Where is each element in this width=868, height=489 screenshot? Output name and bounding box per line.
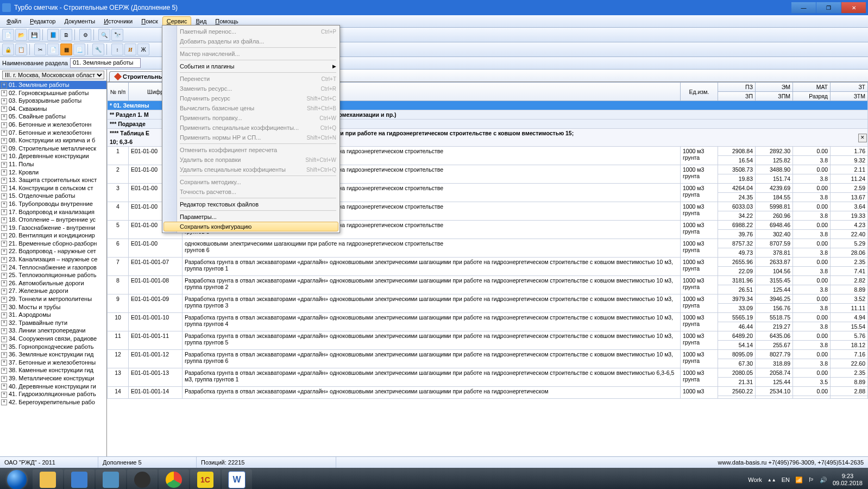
expand-icon[interactable]: +	[1, 392, 7, 398]
tool-copy-icon[interactable]: 📋	[15, 43, 27, 55]
tree-item[interactable]: +38. Каменные конструкции гид	[0, 366, 106, 374]
tray-volume-icon[interactable]: 🔊	[820, 477, 827, 484]
expand-icon[interactable]: +	[1, 304, 7, 310]
tool-cut-icon[interactable]: ✂	[34, 43, 46, 55]
tree-item[interactable]: +20. Вентиляция и кондиционир	[0, 231, 106, 240]
tree-item[interactable]: +22. Водопровод - наружные сет	[0, 247, 106, 255]
menu-item[interactable]: Параметры...	[163, 212, 338, 222]
tree-item[interactable]: +02. Горновскрышные работы	[0, 89, 106, 97]
expand-icon[interactable]: +	[1, 217, 7, 223]
expand-icon[interactable]: +	[1, 368, 7, 374]
tree-item[interactable]: +25. Теплоизоляционные работь	[0, 271, 106, 279]
tree-item[interactable]: +37. Бетонные и железобетонны	[0, 359, 106, 367]
tree-item[interactable]: +10. Деревянные конструкции	[0, 152, 106, 160]
tree-item[interactable]: +21. Временные сборно-разборн	[0, 240, 106, 248]
tree-item[interactable]: +29. Тоннели и метрополитены	[0, 295, 106, 303]
expand-icon[interactable]: +	[1, 273, 7, 279]
table-row[interactable]: 7Е01-01-001-07Разработка грунта в отвал …	[108, 258, 868, 267]
taskbar-word[interactable]: W	[222, 469, 252, 489]
tree-item[interactable]: +24. Теплоснабжение и газопров	[0, 264, 106, 272]
tree-item[interactable]: +15. Отделочные работы	[0, 192, 106, 200]
tool-open-icon[interactable]: 📂	[15, 29, 27, 41]
tree-item[interactable]: +35. Горнопроходческие работь	[0, 343, 106, 351]
tree-item[interactable]: +05. Свайные работы	[0, 112, 106, 121]
region-select[interactable]: III. г. Москва, Московская область	[2, 71, 104, 79]
expand-icon[interactable]: +	[1, 209, 7, 215]
table-row[interactable]: 11Е01-01-001-11Разработка грунта в отвал…	[108, 331, 868, 341]
tree-item[interactable]: +39. Металлические конструкци	[0, 374, 106, 383]
expand-icon[interactable]: +	[1, 130, 7, 136]
table-row[interactable]: 9Е01-01-001-09Разработка грунта в отвал …	[108, 294, 868, 304]
tree-item[interactable]: +04. Скважины	[0, 105, 106, 113]
tree-item[interactable]: +40. Деревянные конструкции ги	[0, 383, 106, 391]
menu-документы[interactable]: Документы	[60, 16, 99, 26]
expand-icon[interactable]: +	[1, 399, 7, 405]
tree-item[interactable]: +32. Трамвайные пути	[0, 319, 106, 327]
expand-icon[interactable]: +	[1, 352, 7, 358]
tool-doc-icon[interactable]: 📃	[73, 43, 85, 55]
tree-item[interactable]: +14. Конструкции в сельском ст	[0, 184, 106, 192]
taskbar-explorer[interactable]	[33, 469, 63, 489]
expand-icon[interactable]: +	[1, 202, 7, 208]
expand-icon[interactable]: +	[1, 193, 7, 199]
tray-flag-icon[interactable]: 🏳	[808, 477, 814, 483]
expand-icon[interactable]: +	[1, 90, 7, 96]
expand-icon[interactable]: +	[1, 138, 7, 144]
expand-icon[interactable]: +	[1, 312, 7, 318]
expand-icon[interactable]: +	[1, 162, 7, 168]
tool-bold-icon[interactable]: Ж	[137, 43, 149, 55]
expand-icon[interactable]: +	[1, 233, 7, 239]
expand-icon[interactable]: +	[1, 225, 7, 231]
tree-item[interactable]: +19. Газоснабжение - внутренни	[0, 224, 106, 232]
table-row[interactable]: 6Е01-01-00одноковшовыми электрическими ш…	[108, 239, 868, 248]
tool-arrows-icon[interactable]: ↕	[111, 43, 123, 55]
expand-icon[interactable]: +	[1, 360, 7, 366]
tree-item[interactable]: +36. Земляные конструкции гид	[0, 350, 106, 359]
tree-item[interactable]: +26. Автомобильные дороги	[0, 279, 106, 287]
tool-print-icon[interactable]: 🗎	[60, 29, 72, 41]
tool-italic-icon[interactable]: И	[124, 43, 136, 55]
expand-icon[interactable]: +	[1, 185, 7, 191]
tree-item[interactable]: +03. Буровзрывные работы	[0, 97, 106, 105]
tree-item[interactable]: +23. Канализация – наружные се	[0, 255, 106, 264]
tree-item[interactable]: +31. Аэродромы	[0, 311, 106, 319]
tool-new-icon[interactable]: 📄	[2, 29, 14, 41]
table-row[interactable]: 14Е01-01-001-14Разработка грунта в отвал…	[108, 387, 868, 396]
tree-item[interactable]: +17. Водопровод и канализация	[0, 208, 106, 216]
taskbar-1c[interactable]: 1С	[190, 469, 221, 489]
taskbar-app1[interactable]	[64, 469, 95, 489]
expand-icon[interactable]: +	[1, 265, 7, 271]
tree-item[interactable]: +13. Защита строительных конст	[0, 176, 106, 184]
tray-network-icon[interactable]: 📶	[795, 477, 803, 484]
close-button[interactable]: ✕	[841, 2, 866, 13]
taskbar-chrome[interactable]	[159, 469, 189, 489]
expand-icon[interactable]: +	[1, 170, 7, 175]
tree-item[interactable]: +42. Берегоукрепительные рабо	[0, 398, 106, 406]
menu-файл[interactable]: Файл	[2, 16, 26, 26]
table-row[interactable]: 8Е01-01-001-08Разработка грунта в отвал …	[108, 276, 868, 285]
tray-clock[interactable]: 9:23 09.02.2018	[833, 473, 863, 487]
tree-item[interactable]: +07. Бетонные и железобетонн	[0, 129, 106, 137]
tool-paste-icon[interactable]: 📄	[47, 43, 59, 55]
tree-item[interactable]: +01. Земляные работы	[0, 81, 106, 89]
table-row[interactable]: 12Е01-01-001-12Разработка грунта в отвал…	[108, 350, 868, 359]
tree-item[interactable]: +06. Бетонные и железобетонн	[0, 121, 106, 129]
tool-gear-icon[interactable]: ⚙	[79, 29, 91, 41]
tool-highlight-icon[interactable]: ▦	[60, 43, 72, 55]
expand-icon[interactable]: +	[1, 178, 7, 184]
expand-icon[interactable]: +	[1, 98, 7, 104]
expand-icon[interactable]: +	[1, 114, 7, 120]
tree-item[interactable]: +08. Конструкции из кирпича и б	[0, 136, 106, 145]
expand-icon[interactable]: +	[1, 289, 7, 294]
tab-construction[interactable]: Строительны	[109, 71, 169, 82]
tool-binoculars-icon[interactable]: 🔭	[111, 29, 123, 41]
menu-редактор[interactable]: Редактор	[26, 16, 60, 26]
expand-icon[interactable]: +	[1, 106, 7, 112]
expand-icon[interactable]: +	[1, 83, 7, 89]
tree-item[interactable]: +12. Кровли	[0, 168, 106, 177]
tree-item[interactable]: +27. Железные дороги	[0, 287, 106, 295]
expand-icon[interactable]: +	[1, 320, 7, 326]
tool-wrench-icon[interactable]: 🔧	[92, 43, 104, 55]
expand-icon[interactable]: +	[1, 257, 7, 263]
maximize-button[interactable]: ❐	[816, 2, 841, 13]
